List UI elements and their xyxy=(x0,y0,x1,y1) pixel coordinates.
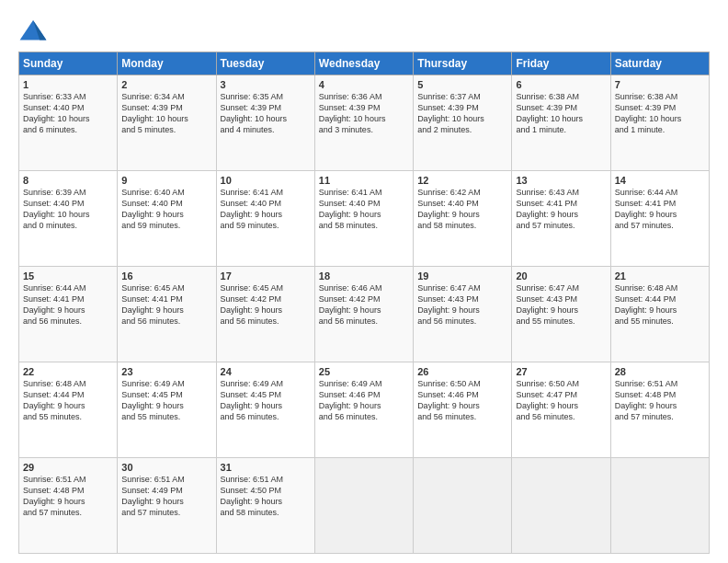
calendar-cell: 21Sunrise: 6:48 AM Sunset: 4:44 PM Dayli… xyxy=(610,267,709,362)
calendar-cell: 1Sunrise: 6:33 AM Sunset: 4:40 PM Daylig… xyxy=(19,75,118,171)
calendar-cell: 12Sunrise: 6:42 AM Sunset: 4:40 PM Dayli… xyxy=(414,171,512,267)
calendar-cell: 24Sunrise: 6:49 AM Sunset: 4:45 PM Dayli… xyxy=(216,362,314,458)
logo-icon xyxy=(18,17,48,46)
cell-content: Sunrise: 6:50 AM Sunset: 4:47 PM Dayligh… xyxy=(516,378,606,423)
calendar-cell: 2Sunrise: 6:34 AM Sunset: 4:39 PM Daylig… xyxy=(118,75,216,171)
week-row-2: 8Sunrise: 6:39 AM Sunset: 4:40 PM Daylig… xyxy=(19,171,710,267)
calendar-cell: 7Sunrise: 6:38 AM Sunset: 4:39 PM Daylig… xyxy=(610,75,709,171)
calendar-cell: 29Sunrise: 6:51 AM Sunset: 4:48 PM Dayli… xyxy=(19,458,118,554)
calendar: SundayMondayTuesdayWednesdayThursdayFrid… xyxy=(18,52,710,554)
header-wednesday: Wednesday xyxy=(314,52,413,75)
header-monday: Monday xyxy=(118,52,216,75)
cell-content: Sunrise: 6:51 AM Sunset: 4:48 PM Dayligh… xyxy=(23,474,113,519)
calendar-cell: 22Sunrise: 6:48 AM Sunset: 4:44 PM Dayli… xyxy=(19,362,118,458)
cell-content: Sunrise: 6:48 AM Sunset: 4:44 PM Dayligh… xyxy=(615,282,705,327)
calendar-cell: 5Sunrise: 6:37 AM Sunset: 4:39 PM Daylig… xyxy=(414,75,512,171)
calendar-cell: 23Sunrise: 6:49 AM Sunset: 4:45 PM Dayli… xyxy=(118,362,216,458)
calendar-cell: 15Sunrise: 6:44 AM Sunset: 4:41 PM Dayli… xyxy=(19,267,118,362)
page: SundayMondayTuesdayWednesdayThursdayFrid… xyxy=(0,0,728,563)
day-number: 6 xyxy=(516,79,606,90)
cell-content: Sunrise: 6:47 AM Sunset: 4:43 PM Dayligh… xyxy=(516,282,606,327)
cell-content: Sunrise: 6:48 AM Sunset: 4:44 PM Dayligh… xyxy=(23,378,113,423)
calendar-cell: 31Sunrise: 6:51 AM Sunset: 4:50 PM Dayli… xyxy=(216,458,314,554)
cell-content: Sunrise: 6:39 AM Sunset: 4:40 PM Dayligh… xyxy=(23,187,113,232)
calendar-cell: 19Sunrise: 6:47 AM Sunset: 4:43 PM Dayli… xyxy=(414,267,512,362)
header-saturday: Saturday xyxy=(610,52,709,75)
cell-content: Sunrise: 6:51 AM Sunset: 4:48 PM Dayligh… xyxy=(615,378,705,423)
day-number: 22 xyxy=(23,366,113,377)
day-number: 9 xyxy=(121,175,211,186)
calendar-cell: 27Sunrise: 6:50 AM Sunset: 4:47 PM Dayli… xyxy=(512,362,610,458)
calendar-header-row: SundayMondayTuesdayWednesdayThursdayFrid… xyxy=(19,52,710,75)
header-tuesday: Tuesday xyxy=(216,52,314,75)
calendar-cell: 25Sunrise: 6:49 AM Sunset: 4:46 PM Dayli… xyxy=(314,362,413,458)
calendar-cell: 6Sunrise: 6:38 AM Sunset: 4:39 PM Daylig… xyxy=(512,75,610,171)
day-number: 17 xyxy=(221,270,311,282)
calendar-cell xyxy=(414,458,512,554)
cell-content: Sunrise: 6:38 AM Sunset: 4:39 PM Dayligh… xyxy=(516,91,606,136)
day-number: 27 xyxy=(516,366,606,377)
day-number: 3 xyxy=(221,79,311,90)
day-number: 4 xyxy=(319,79,409,90)
cell-content: Sunrise: 6:40 AM Sunset: 4:40 PM Dayligh… xyxy=(121,187,211,232)
header xyxy=(18,17,710,46)
calendar-cell: 3Sunrise: 6:35 AM Sunset: 4:39 PM Daylig… xyxy=(216,75,314,171)
day-number: 15 xyxy=(23,270,113,282)
day-number: 5 xyxy=(417,79,507,90)
cell-content: Sunrise: 6:45 AM Sunset: 4:42 PM Dayligh… xyxy=(221,282,311,327)
day-number: 12 xyxy=(417,175,507,186)
calendar-cell: 18Sunrise: 6:46 AM Sunset: 4:42 PM Dayli… xyxy=(314,267,413,362)
cell-content: Sunrise: 6:34 AM Sunset: 4:39 PM Dayligh… xyxy=(121,91,211,136)
cell-content: Sunrise: 6:38 AM Sunset: 4:39 PM Dayligh… xyxy=(615,91,705,136)
cell-content: Sunrise: 6:51 AM Sunset: 4:49 PM Dayligh… xyxy=(121,474,211,519)
week-row-3: 15Sunrise: 6:44 AM Sunset: 4:41 PM Dayli… xyxy=(19,267,710,362)
week-row-4: 22Sunrise: 6:48 AM Sunset: 4:44 PM Dayli… xyxy=(19,362,710,458)
cell-content: Sunrise: 6:44 AM Sunset: 4:41 PM Dayligh… xyxy=(615,187,705,232)
cell-content: Sunrise: 6:46 AM Sunset: 4:42 PM Dayligh… xyxy=(319,282,409,327)
calendar-cell: 14Sunrise: 6:44 AM Sunset: 4:41 PM Dayli… xyxy=(610,171,709,267)
day-number: 30 xyxy=(121,462,211,473)
day-number: 13 xyxy=(516,175,606,186)
day-number: 2 xyxy=(121,79,211,90)
cell-content: Sunrise: 6:35 AM Sunset: 4:39 PM Dayligh… xyxy=(221,91,311,136)
day-number: 25 xyxy=(319,366,409,377)
day-number: 28 xyxy=(615,366,705,377)
calendar-cell: 16Sunrise: 6:45 AM Sunset: 4:41 PM Dayli… xyxy=(118,267,216,362)
cell-content: Sunrise: 6:36 AM Sunset: 4:39 PM Dayligh… xyxy=(319,91,409,136)
day-number: 24 xyxy=(221,366,311,377)
calendar-cell: 4Sunrise: 6:36 AM Sunset: 4:39 PM Daylig… xyxy=(314,75,413,171)
day-number: 16 xyxy=(121,270,211,282)
calendar-cell xyxy=(610,458,709,554)
cell-content: Sunrise: 6:41 AM Sunset: 4:40 PM Dayligh… xyxy=(319,187,409,232)
calendar-cell: 20Sunrise: 6:47 AM Sunset: 4:43 PM Dayli… xyxy=(512,267,610,362)
cell-content: Sunrise: 6:49 AM Sunset: 4:45 PM Dayligh… xyxy=(121,378,211,423)
day-number: 20 xyxy=(516,270,606,282)
calendar-cell xyxy=(314,458,413,554)
cell-content: Sunrise: 6:33 AM Sunset: 4:40 PM Dayligh… xyxy=(23,91,113,136)
day-number: 10 xyxy=(221,175,311,186)
day-number: 23 xyxy=(121,366,211,377)
day-number: 21 xyxy=(615,270,705,282)
cell-content: Sunrise: 6:41 AM Sunset: 4:40 PM Dayligh… xyxy=(221,187,311,232)
day-number: 1 xyxy=(23,79,113,90)
day-number: 14 xyxy=(615,175,705,186)
calendar-cell: 10Sunrise: 6:41 AM Sunset: 4:40 PM Dayli… xyxy=(216,171,314,267)
day-number: 11 xyxy=(319,175,409,186)
cell-content: Sunrise: 6:49 AM Sunset: 4:45 PM Dayligh… xyxy=(221,378,311,423)
cell-content: Sunrise: 6:44 AM Sunset: 4:41 PM Dayligh… xyxy=(23,282,113,327)
cell-content: Sunrise: 6:49 AM Sunset: 4:46 PM Dayligh… xyxy=(319,378,409,423)
calendar-cell xyxy=(512,458,610,554)
cell-content: Sunrise: 6:42 AM Sunset: 4:40 PM Dayligh… xyxy=(417,187,507,232)
day-number: 26 xyxy=(417,366,507,377)
calendar-cell: 9Sunrise: 6:40 AM Sunset: 4:40 PM Daylig… xyxy=(118,171,216,267)
cell-content: Sunrise: 6:43 AM Sunset: 4:41 PM Dayligh… xyxy=(516,187,606,232)
day-number: 31 xyxy=(221,462,311,473)
calendar-cell: 26Sunrise: 6:50 AM Sunset: 4:46 PM Dayli… xyxy=(414,362,512,458)
cell-content: Sunrise: 6:47 AM Sunset: 4:43 PM Dayligh… xyxy=(417,282,507,327)
day-number: 18 xyxy=(319,270,409,282)
day-number: 7 xyxy=(615,79,705,90)
calendar-cell: 17Sunrise: 6:45 AM Sunset: 4:42 PM Dayli… xyxy=(216,267,314,362)
header-friday: Friday xyxy=(512,52,610,75)
day-number: 19 xyxy=(417,270,507,282)
cell-content: Sunrise: 6:45 AM Sunset: 4:41 PM Dayligh… xyxy=(121,282,211,327)
